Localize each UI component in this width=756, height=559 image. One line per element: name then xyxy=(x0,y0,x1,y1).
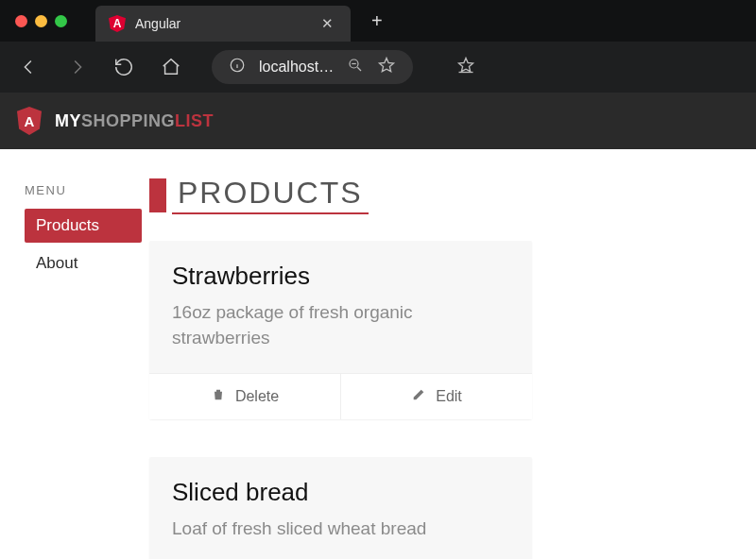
browser-tab[interactable]: A Angular ✕ xyxy=(95,6,351,42)
close-tab-icon[interactable]: ✕ xyxy=(318,15,337,32)
content-area: MENU Products About PRODUCTS Strawberrie… xyxy=(0,149,756,559)
sidebar-item-about[interactable]: About xyxy=(25,246,142,280)
page-title-wrap: PRODUCTS xyxy=(149,176,756,214)
svg-line-4 xyxy=(357,67,361,71)
zoom-out-icon[interactable] xyxy=(347,57,364,77)
sidebar-label: MENU xyxy=(25,183,142,197)
product-name: Sliced bread xyxy=(172,478,509,507)
product-card-actions: Delete Edit xyxy=(149,373,532,419)
new-tab-button[interactable]: + xyxy=(364,7,390,36)
favorite-icon[interactable] xyxy=(377,56,396,78)
url-text: localhost… xyxy=(259,59,334,76)
back-button[interactable] xyxy=(19,57,40,77)
browser-chrome: A Angular ✕ + localhost… xyxy=(0,0,756,93)
edit-label: Edit xyxy=(436,388,462,405)
app-brand: MYSHOPPINGLIST xyxy=(55,111,214,131)
site-info-icon[interactable] xyxy=(229,57,246,77)
product-card-body: Sliced bread Loaf of fresh sliced wheat … xyxy=(149,457,532,559)
browser-toolbar: localhost… xyxy=(0,42,756,93)
angular-icon: A xyxy=(109,15,126,32)
page-title: PRODUCTS xyxy=(172,176,369,214)
delete-button[interactable]: Delete xyxy=(149,374,341,419)
product-name: Strawberries xyxy=(172,262,509,291)
tab-bar: A Angular ✕ + xyxy=(0,0,756,42)
brand-part-shopping: SHOPPING xyxy=(81,111,175,130)
main-content: PRODUCTS Strawberries 16oz package of fr… xyxy=(142,149,756,559)
delete-label: Delete xyxy=(235,388,279,405)
title-accent-bar xyxy=(149,178,166,212)
brand-part-my: MY xyxy=(55,111,81,130)
brand-part-list: LIST xyxy=(175,111,214,130)
trash-icon xyxy=(211,387,226,406)
forward-button[interactable] xyxy=(66,57,87,77)
maximize-window-button[interactable] xyxy=(55,15,67,27)
reload-button[interactable] xyxy=(113,57,134,77)
reading-list-icon[interactable] xyxy=(456,56,475,78)
product-card: Strawberries 16oz package of fresh organ… xyxy=(149,241,532,419)
window-controls xyxy=(15,15,67,27)
edit-icon xyxy=(411,387,426,406)
sidebar-item-label: About xyxy=(36,254,77,272)
app-logo-icon: A xyxy=(17,107,42,135)
product-description: 16oz package of fresh organic strawberri… xyxy=(172,300,509,350)
minimize-window-button[interactable] xyxy=(35,15,47,27)
sidebar-item-products[interactable]: Products xyxy=(25,209,142,243)
tab-title: Angular xyxy=(135,16,308,31)
sidebar: MENU Products About xyxy=(0,149,142,559)
home-button[interactable] xyxy=(161,57,181,77)
edit-button[interactable]: Edit xyxy=(341,374,532,419)
address-bar[interactable]: localhost… xyxy=(212,50,413,84)
app-header: A MYSHOPPINGLIST xyxy=(0,93,756,149)
sidebar-item-label: Products xyxy=(36,216,99,234)
close-window-button[interactable] xyxy=(15,15,27,27)
product-description: Loaf of fresh sliced wheat bread xyxy=(172,517,509,542)
product-card-body: Strawberries 16oz package of fresh organ… xyxy=(149,241,532,373)
product-card: Sliced bread Loaf of fresh sliced wheat … xyxy=(149,457,532,559)
